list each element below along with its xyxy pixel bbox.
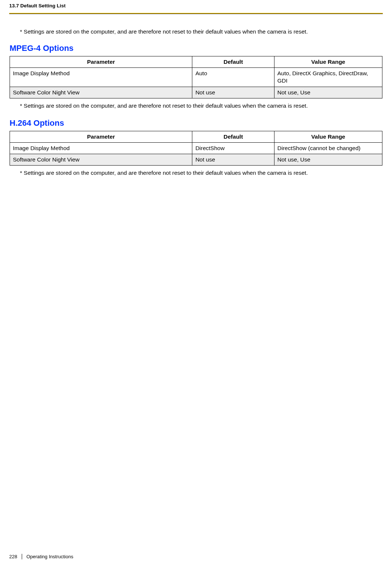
cell-value-range: DirectShow (cannot be changed) (274, 142, 382, 154)
content: * Settings are stored on the computer, a… (0, 14, 392, 177)
cell-parameter: Software Color Night View (10, 154, 192, 166)
cell-value-range: Auto, DirectX Graphics, DirectDraw, GDI (274, 68, 382, 87)
cell-value-range: Not use, Use (274, 154, 382, 166)
table-row: Image Display MethodAutoAuto, DirectX Gr… (10, 68, 382, 87)
column-header-value-range: Value Range (274, 56, 382, 68)
section-block: H.264 OptionsParameterDefaultValue Range… (10, 118, 382, 177)
note-text: * Settings are stored on the computer, a… (20, 169, 382, 177)
column-header-value-range: Value Range (274, 131, 382, 142)
table-row: Software Color Night ViewNot useNot use,… (10, 87, 382, 98)
section-heading: MPEG-4 Options (10, 44, 382, 53)
column-header-default: Default (192, 131, 274, 142)
cell-default: Auto (192, 68, 274, 87)
footer: 228 Operating Instructions (9, 554, 73, 559)
cell-default: Not use (192, 154, 274, 166)
section-block: MPEG-4 OptionsParameterDefaultValue Rang… (10, 44, 382, 110)
column-header-default: Default (192, 56, 274, 68)
cell-default: DirectShow (192, 142, 274, 154)
footer-doc-title: Operating Instructions (27, 554, 73, 559)
note-text-top: * Settings are stored on the computer, a… (20, 28, 382, 35)
section-heading: H.264 Options (10, 118, 382, 128)
cell-value-range: Not use, Use (274, 87, 382, 98)
note-text: * Settings are stored on the computer, a… (20, 102, 382, 110)
page-header: 13.7 Default Setting List (0, 0, 392, 8)
table-row: Software Color Night ViewNot useNot use,… (10, 154, 382, 166)
cell-parameter: Image Display Method (10, 68, 192, 87)
page-number: 228 (9, 554, 22, 559)
header-title: 13.7 Default Setting List (9, 3, 66, 8)
column-header-parameter: Parameter (10, 56, 192, 68)
table-header-row: ParameterDefaultValue Range (10, 56, 382, 68)
cell-parameter: Image Display Method (10, 142, 192, 154)
settings-table: ParameterDefaultValue RangeImage Display… (10, 56, 382, 98)
column-header-parameter: Parameter (10, 131, 192, 142)
cell-default: Not use (192, 87, 274, 98)
table-header-row: ParameterDefaultValue Range (10, 131, 382, 142)
table-row: Image Display MethodDirectShowDirectShow… (10, 142, 382, 154)
cell-parameter: Software Color Night View (10, 87, 192, 98)
settings-table: ParameterDefaultValue RangeImage Display… (10, 131, 382, 166)
